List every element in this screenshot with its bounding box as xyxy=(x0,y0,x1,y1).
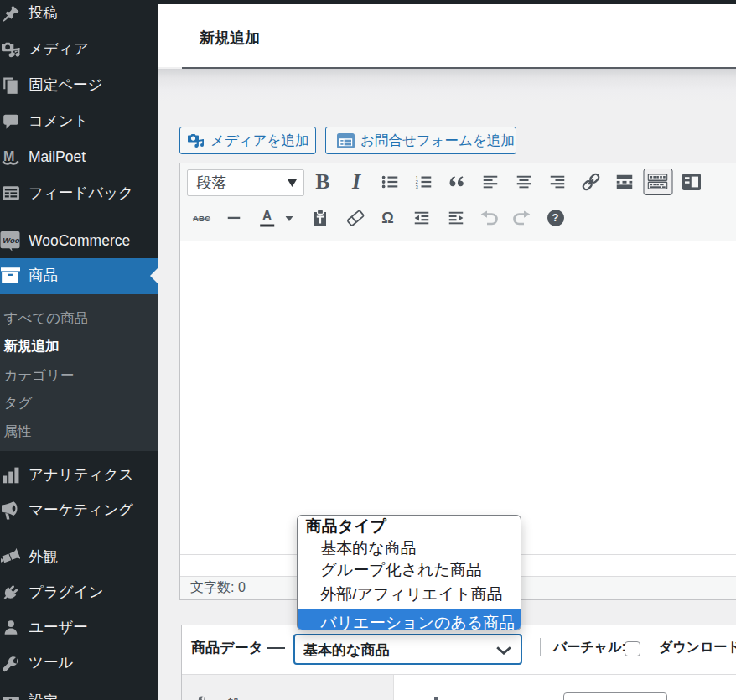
svg-text:M: M xyxy=(3,148,14,163)
svg-text:Woo: Woo xyxy=(3,235,19,244)
svg-text:3: 3 xyxy=(416,184,419,188)
